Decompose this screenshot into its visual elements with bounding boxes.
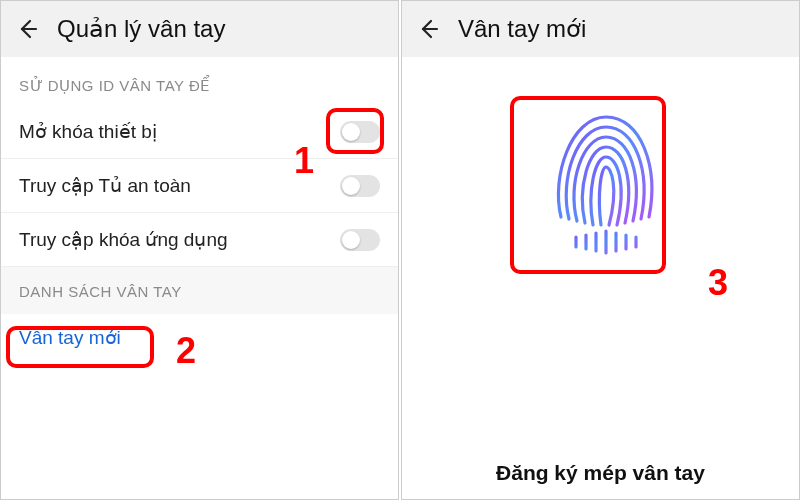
- row-label: Mở khóa thiết bị: [19, 120, 340, 143]
- section-header-fp-list: DANH SÁCH VÂN TAY: [1, 267, 398, 314]
- toggle-app-lock-access[interactable]: [340, 229, 380, 251]
- back-arrow-icon[interactable]: [15, 17, 39, 41]
- row-label: Truy cập Tủ an toàn: [19, 174, 340, 197]
- screen-new-fingerprint: Vân tay mới: [401, 0, 800, 500]
- back-arrow-icon[interactable]: [416, 17, 440, 41]
- screen-fingerprint-management: Quản lý vân tay SỬ DỤNG ID VÂN TAY ĐỂ Mở…: [0, 0, 399, 500]
- section-header-use-id: SỬ DỤNG ID VÂN TAY ĐỂ: [1, 57, 398, 105]
- row-safe-access[interactable]: Truy cập Tủ an toàn: [1, 159, 398, 213]
- fingerprint-enroll-area: [402, 57, 799, 499]
- header-bar: Quản lý vân tay: [1, 1, 398, 57]
- new-fingerprint-link[interactable]: Vân tay mới: [1, 314, 139, 349]
- row-app-lock-access[interactable]: Truy cập khóa ứng dụng: [1, 213, 398, 267]
- page-title: Vân tay mới: [458, 15, 586, 43]
- toggle-safe-access[interactable]: [340, 175, 380, 197]
- toggle-unlock-device[interactable]: [340, 121, 380, 143]
- row-unlock-device[interactable]: Mở khóa thiết bị: [1, 105, 398, 159]
- fingerprint-icon: [531, 97, 671, 261]
- row-label: Truy cập khóa ứng dụng: [19, 228, 340, 251]
- enroll-caption: Đăng ký mép vân tay: [402, 461, 799, 485]
- page-title: Quản lý vân tay: [57, 15, 225, 43]
- header-bar: Vân tay mới: [402, 1, 799, 57]
